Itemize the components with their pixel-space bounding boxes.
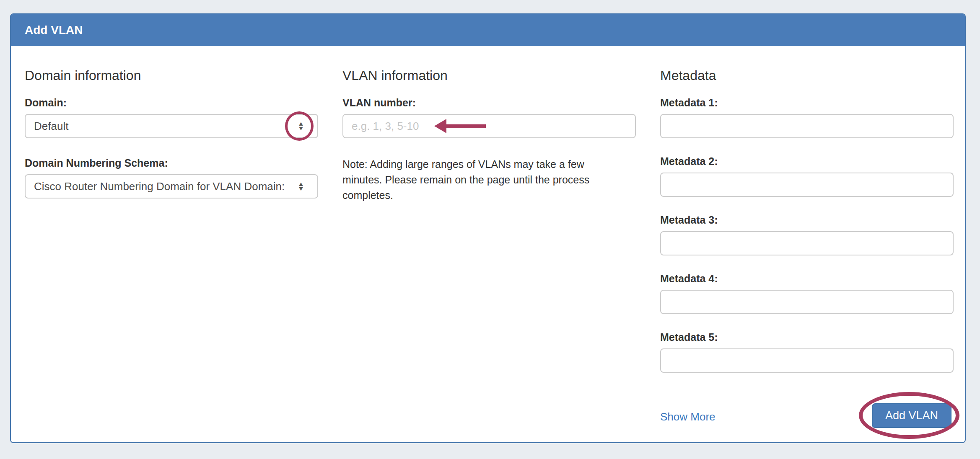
vlan-section: VLAN information VLAN number: Note: Addi… (342, 68, 636, 423)
select-arrows-icon: ▲ ▼ (298, 182, 304, 191)
add-vlan-button-wrap: Add VLAN (872, 403, 951, 428)
metadata-5-input[interactable] (660, 348, 954, 373)
metadata-1-group: Metadata 1: (660, 96, 954, 138)
vlan-section-heading: VLAN information (342, 68, 636, 83)
metadata-section-heading: Metadata (660, 68, 954, 83)
select-arrows-icon: ▲ ▼ (298, 121, 304, 131)
metadata-1-label: Metadata 1: (660, 96, 954, 109)
domain-field-group: Domain: Default ▲ ▼ (25, 96, 318, 138)
vlan-number-label: VLAN number: (342, 96, 636, 109)
schema-label: Domain Numbering Schema: (25, 157, 318, 169)
domain-label: Domain: (25, 96, 318, 109)
metadata-2-label: Metadata 2: (660, 155, 954, 168)
metadata-3-group: Metadata 3: (660, 214, 954, 255)
page-background: Add VLAN Domain information Domain: Defa… (0, 0, 980, 459)
domain-section-heading: Domain information (25, 68, 318, 83)
domain-select[interactable]: Default (25, 114, 318, 138)
schema-select[interactable]: Cisco Router Numbering Domain for VLAN D… (25, 174, 318, 199)
vlan-number-wrap (342, 114, 636, 138)
metadata-5-label: Metadata 5: (660, 331, 954, 343)
metadata-2-input[interactable] (660, 173, 954, 197)
schema-select-value: Cisco Router Numbering Domain for VLAN D… (34, 180, 285, 193)
metadata-1-input[interactable] (660, 114, 954, 138)
schema-select-wrap: Cisco Router Numbering Domain for VLAN D… (25, 174, 318, 199)
vlan-number-group: VLAN number: (342, 96, 636, 138)
panel-header: Add VLAN (11, 14, 965, 46)
metadata-section: Metadata Metadata 1: Metadata 2: Metadat… (660, 68, 954, 423)
add-vlan-button[interactable]: Add VLAN (872, 403, 951, 428)
vlan-number-input[interactable] (342, 114, 636, 138)
metadata-2-group: Metadata 2: (660, 155, 954, 197)
add-vlan-panel: Add VLAN Domain information Domain: Defa… (10, 13, 966, 443)
metadata-3-label: Metadata 3: (660, 214, 954, 226)
vlan-note: Note: Adding large ranges of VLANs may t… (342, 157, 598, 203)
panel-body: Domain information Domain: Default ▲ ▼ (11, 46, 965, 423)
metadata-4-group: Metadata 4: (660, 272, 954, 314)
panel-title: Add VLAN (25, 23, 83, 37)
metadata-4-input[interactable] (660, 290, 954, 314)
domain-select-value: Default (34, 120, 68, 133)
show-more-link[interactable]: Show More (660, 410, 716, 423)
metadata-5-group: Metadata 5: (660, 331, 954, 373)
metadata-4-label: Metadata 4: (660, 272, 954, 285)
schema-field-group: Domain Numbering Schema: Cisco Router Nu… (25, 157, 318, 199)
domain-section: Domain information Domain: Default ▲ ▼ (25, 68, 318, 423)
metadata-3-input[interactable] (660, 231, 954, 255)
domain-select-wrap: Default ▲ ▼ (25, 114, 318, 138)
